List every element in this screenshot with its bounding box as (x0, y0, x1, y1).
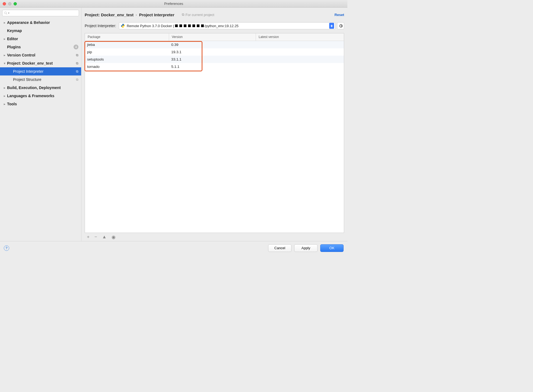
sidebar-subitem[interactable]: Project Structure⧉ (0, 75, 81, 84)
gear-icon (339, 24, 343, 28)
sidebar-item[interactable]: Keymap (0, 27, 81, 35)
table-row[interactable]: jieba0.39 (85, 41, 344, 48)
cell-package: jieba (85, 43, 169, 47)
table-header: Package Version Latest version (85, 33, 344, 41)
cell-package: pip (85, 50, 169, 54)
package-toolbar: + − ▲ ◉ (85, 233, 344, 241)
cell-version: 0.39 (169, 43, 256, 47)
chevron-updown-icon (329, 23, 334, 29)
redacted-segment (188, 24, 191, 27)
dialog-footer: ? Cancel Apply OK (0, 241, 347, 255)
settings-sidebar: ▾ ►Appearance & BehaviorKeymap►EditorPlu… (0, 8, 81, 241)
table-body: jieba0.39pip19.3.1setuptools33.1.1tornad… (85, 41, 344, 233)
search-icon (4, 11, 8, 15)
table-row[interactable]: tornado5.1.1 (85, 63, 344, 70)
sidebar-item-label: Project: Docker_env_test (7, 61, 53, 65)
interpreter-settings-button[interactable] (337, 22, 344, 29)
sidebar-item[interactable]: ►Appearance & Behavior (0, 18, 81, 27)
expand-arrow-icon: ▼ (3, 62, 7, 65)
help-button[interactable]: ? (4, 245, 9, 251)
cell-version: 19.3.1 (169, 50, 256, 54)
redacted-segment (201, 24, 204, 27)
sidebar-item-label: Editor (7, 37, 18, 41)
cell-version: 33.1.1 (169, 57, 256, 61)
copy-icon: ⧉ (76, 61, 78, 65)
settings-tree: ►Appearance & BehaviorKeymap►EditorPlugi… (0, 18, 81, 241)
sidebar-item[interactable]: ►Version Control⧉ (0, 51, 81, 59)
cell-version: 5.1.1 (169, 65, 256, 69)
sidebar-item-label: Languages & Frameworks (7, 94, 54, 98)
sidebar-item[interactable]: ►Editor (0, 35, 81, 43)
column-version[interactable]: Version (169, 33, 256, 41)
redacted-segment (197, 24, 199, 27)
add-package-button[interactable]: + (87, 234, 90, 240)
expand-arrow-icon: ► (3, 94, 7, 97)
packages-table: Package Version Latest version jieba0.39… (85, 33, 344, 233)
cell-package: setuptools (85, 57, 169, 61)
sidebar-item[interactable]: ►Build, Execution, Deployment (0, 84, 81, 92)
update-count-badge: 4 (74, 45, 78, 49)
redacted-segment (179, 24, 182, 27)
interpreter-label: Project Interpreter: (85, 24, 116, 28)
sidebar-item-label: Version Control (7, 53, 35, 57)
titlebar: Preferences (0, 0, 347, 8)
expand-arrow-icon: ► (3, 103, 7, 106)
breadcrumb-root[interactable]: Project: Docker_env_test (85, 12, 134, 17)
redacted-segment (192, 24, 195, 27)
sidebar-item[interactable]: Plugins4 (0, 43, 81, 51)
python-icon (121, 24, 125, 28)
svg-line-1 (6, 14, 7, 14)
svg-point-0 (5, 12, 7, 14)
interpreter-dropdown[interactable]: Remote Python 3.7.0 Docker ( /python_env… (119, 22, 335, 29)
redacted-segment (175, 24, 178, 27)
interpreter-value: Remote Python 3.7.0 Docker ( /python_env… (127, 24, 329, 28)
main-panel: Project: Docker_env_test › Project Inter… (81, 8, 347, 241)
sidebar-item-label: Tools (7, 102, 17, 106)
sidebar-subitem[interactable]: Project Interpreter⧉ (0, 67, 81, 75)
sidebar-item[interactable]: ►Tools (0, 100, 81, 108)
apply-button[interactable]: Apply (294, 244, 318, 252)
expand-arrow-icon: ► (3, 54, 7, 57)
search-dropdown-icon: ▾ (8, 12, 9, 14)
sidebar-item-label: Build, Execution, Deployment (7, 86, 61, 90)
breadcrumb: Project: Docker_env_test › Project Inter… (85, 10, 344, 20)
copy-icon: ⧉ (76, 53, 78, 57)
sidebar-item-label: Plugins (7, 45, 21, 49)
show-early-releases-button[interactable]: ◉ (112, 234, 116, 240)
column-latest[interactable]: Latest version (256, 33, 344, 41)
sidebar-item[interactable]: ►Languages & Frameworks (0, 92, 81, 100)
sidebar-item[interactable]: ▼Project: Docker_env_test⧉ (0, 59, 81, 67)
column-package[interactable]: Package (85, 33, 169, 41)
copy-icon: ⧉ (76, 78, 78, 81)
upgrade-package-button[interactable]: ▲ (102, 234, 107, 240)
table-row[interactable]: setuptools33.1.1 (85, 56, 344, 63)
expand-arrow-icon: ► (3, 37, 7, 40)
cell-package: tornado (85, 65, 169, 69)
scope-note-text: For current project (185, 13, 214, 17)
breadcrumb-separator: › (136, 13, 137, 17)
expand-arrow-icon: ► (3, 86, 7, 89)
reset-link[interactable]: Reset (335, 13, 344, 17)
window-title: Preferences (0, 2, 347, 6)
remove-package-button[interactable]: − (94, 234, 97, 240)
sidebar-item-label: Appearance & Behavior (7, 20, 50, 25)
sidebar-item-label: Project Structure (13, 77, 41, 82)
scope-note: ⧉ For current project (182, 12, 214, 17)
copy-icon: ⧉ (182, 12, 184, 17)
redacted-segment (184, 24, 186, 27)
cancel-button[interactable]: Cancel (268, 244, 291, 252)
sidebar-item-label: Project Interpreter (13, 69, 43, 74)
expand-arrow-icon: ► (3, 21, 7, 24)
table-row[interactable]: pip19.3.1 (85, 48, 344, 56)
search-input[interactable]: ▾ (2, 10, 79, 16)
breadcrumb-leaf: Project Interpreter (139, 12, 174, 17)
copy-icon: ⧉ (76, 69, 78, 73)
ok-button[interactable]: OK (320, 244, 344, 252)
sidebar-item-label: Keymap (7, 29, 22, 33)
